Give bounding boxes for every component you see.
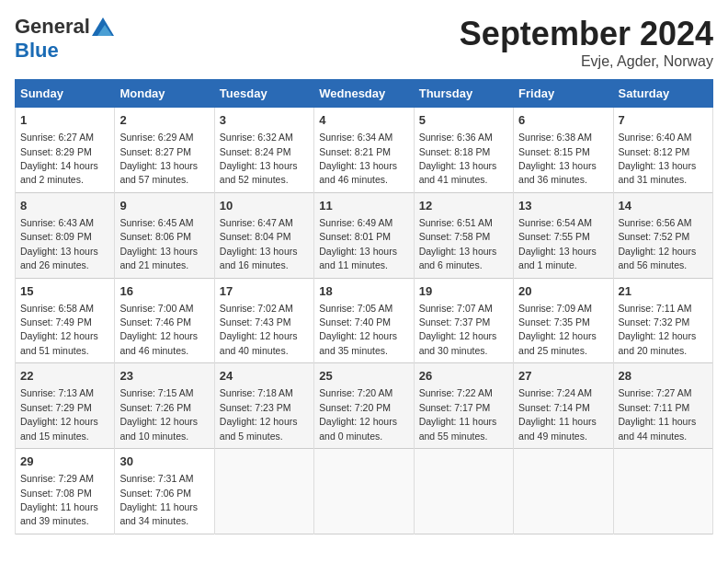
day-number: 19 xyxy=(419,283,508,300)
month-title: September 2024 xyxy=(460,15,713,53)
day-number: 7 xyxy=(619,112,708,129)
day-info: Sunrise: 6:34 AMSunset: 8:21 PMDaylight:… xyxy=(319,132,397,185)
day-cell: 7Sunrise: 6:40 AMSunset: 8:12 PMDaylight… xyxy=(613,108,712,193)
day-number: 27 xyxy=(518,368,608,385)
day-info: Sunrise: 7:27 AMSunset: 7:11 PMDaylight:… xyxy=(619,387,697,441)
day-cell: 8Sunrise: 6:43 AMSunset: 8:09 PMDaylight… xyxy=(16,192,115,278)
day-info: Sunrise: 6:29 AMSunset: 8:27 PMDaylight:… xyxy=(119,132,198,185)
day-info: Sunrise: 6:51 AMSunset: 7:58 PMDaylight:… xyxy=(419,217,497,270)
day-number: 6 xyxy=(518,112,608,129)
day-info: Sunrise: 6:58 AMSunset: 7:49 PMDaylight:… xyxy=(20,303,98,356)
day-info: Sunrise: 7:00 AMSunset: 7:46 PMDaylight:… xyxy=(119,303,198,356)
day-cell: 4Sunrise: 6:34 AMSunset: 8:21 PMDaylight… xyxy=(314,108,414,193)
logo-blue-text: Blue xyxy=(15,39,59,63)
day-info: Sunrise: 7:13 AMSunset: 7:29 PMDaylight:… xyxy=(20,387,98,441)
day-cell: 1Sunrise: 6:27 AMSunset: 8:29 PMDaylight… xyxy=(16,108,115,193)
day-number: 1 xyxy=(20,112,109,129)
week-row-2: 8Sunrise: 6:43 AMSunset: 8:09 PMDaylight… xyxy=(16,192,713,278)
day-info: Sunrise: 7:31 AMSunset: 7:06 PMDaylight:… xyxy=(119,473,198,526)
title-section: September 2024 Evje, Agder, Norway xyxy=(460,15,713,70)
day-info: Sunrise: 6:45 AMSunset: 8:06 PMDaylight:… xyxy=(119,217,198,270)
day-number: 29 xyxy=(20,454,109,470)
day-number: 8 xyxy=(20,198,109,214)
day-info: Sunrise: 6:49 AMSunset: 8:01 PMDaylight:… xyxy=(319,217,397,270)
day-info: Sunrise: 7:07 AMSunset: 7:37 PMDaylight:… xyxy=(419,303,497,356)
day-number: 16 xyxy=(119,283,209,300)
day-number: 14 xyxy=(619,198,708,214)
day-info: Sunrise: 6:54 AMSunset: 7:55 PMDaylight:… xyxy=(518,217,597,270)
header-monday: Monday xyxy=(115,80,214,108)
day-number: 20 xyxy=(518,283,608,300)
day-cell: 9Sunrise: 6:45 AMSunset: 8:06 PMDaylight… xyxy=(115,192,214,278)
logo-icon xyxy=(92,17,114,36)
day-cell: 22Sunrise: 7:13 AMSunset: 7:29 PMDayligh… xyxy=(16,363,115,449)
header-friday: Friday xyxy=(514,80,613,108)
day-cell: 5Sunrise: 6:36 AMSunset: 8:18 PMDaylight… xyxy=(414,108,513,193)
header-thursday: Thursday xyxy=(414,80,513,108)
week-row-1: 1Sunrise: 6:27 AMSunset: 8:29 PMDaylight… xyxy=(16,108,713,193)
day-number: 5 xyxy=(419,112,508,129)
day-number: 4 xyxy=(319,112,408,129)
day-cell: 26Sunrise: 7:22 AMSunset: 7:17 PMDayligh… xyxy=(414,363,513,449)
day-number: 28 xyxy=(619,368,708,385)
day-info: Sunrise: 7:11 AMSunset: 7:32 PMDaylight:… xyxy=(619,303,697,356)
header-tuesday: Tuesday xyxy=(214,80,313,108)
day-number: 18 xyxy=(319,283,408,300)
day-info: Sunrise: 7:02 AMSunset: 7:43 PMDaylight:… xyxy=(220,303,298,356)
week-row-5: 29Sunrise: 7:29 AMSunset: 7:08 PMDayligh… xyxy=(16,449,713,534)
day-number: 2 xyxy=(119,112,209,129)
day-number: 13 xyxy=(518,198,608,214)
day-cell: 28Sunrise: 7:27 AMSunset: 7:11 PMDayligh… xyxy=(613,363,712,449)
day-cell: 20Sunrise: 7:09 AMSunset: 7:35 PMDayligh… xyxy=(514,278,613,363)
day-cell: 19Sunrise: 7:07 AMSunset: 7:37 PMDayligh… xyxy=(414,278,513,363)
day-cell: 30Sunrise: 7:31 AMSunset: 7:06 PMDayligh… xyxy=(115,449,214,534)
day-cell: 13Sunrise: 6:54 AMSunset: 7:55 PMDayligh… xyxy=(514,192,613,278)
day-info: Sunrise: 7:24 AMSunset: 7:14 PMDaylight:… xyxy=(518,387,597,441)
day-cell: 29Sunrise: 7:29 AMSunset: 7:08 PMDayligh… xyxy=(16,449,115,534)
header-wednesday: Wednesday xyxy=(314,80,414,108)
day-info: Sunrise: 7:29 AMSunset: 7:08 PMDaylight:… xyxy=(20,473,98,526)
day-cell: 21Sunrise: 7:11 AMSunset: 7:32 PMDayligh… xyxy=(613,278,712,363)
day-info: Sunrise: 6:43 AMSunset: 8:09 PMDaylight:… xyxy=(20,217,98,270)
day-number: 11 xyxy=(319,198,408,214)
day-info: Sunrise: 6:32 AMSunset: 8:24 PMDaylight:… xyxy=(220,132,298,185)
day-cell xyxy=(514,449,613,534)
day-cell: 25Sunrise: 7:20 AMSunset: 7:20 PMDayligh… xyxy=(314,363,414,449)
day-cell: 23Sunrise: 7:15 AMSunset: 7:26 PMDayligh… xyxy=(115,363,214,449)
day-number: 25 xyxy=(319,368,408,385)
calendar-table: SundayMondayTuesdayWednesdayThursdayFrid… xyxy=(15,79,713,534)
day-info: Sunrise: 7:18 AMSunset: 7:23 PMDaylight:… xyxy=(220,387,298,441)
day-cell: 10Sunrise: 6:47 AMSunset: 8:04 PMDayligh… xyxy=(214,192,313,278)
logo-general-text: General xyxy=(15,15,90,39)
day-info: Sunrise: 6:27 AMSunset: 8:29 PMDaylight:… xyxy=(20,132,98,185)
day-number: 17 xyxy=(220,283,309,300)
day-number: 23 xyxy=(119,368,209,385)
day-cell: 27Sunrise: 7:24 AMSunset: 7:14 PMDayligh… xyxy=(514,363,613,449)
day-info: Sunrise: 6:56 AMSunset: 7:52 PMDaylight:… xyxy=(619,217,697,270)
week-row-3: 15Sunrise: 6:58 AMSunset: 7:49 PMDayligh… xyxy=(16,278,713,363)
header-sunday: Sunday xyxy=(16,80,115,108)
day-info: Sunrise: 6:40 AMSunset: 8:12 PMDaylight:… xyxy=(619,132,697,185)
day-cell: 18Sunrise: 7:05 AMSunset: 7:40 PMDayligh… xyxy=(314,278,414,363)
header-row: SundayMondayTuesdayWednesdayThursdayFrid… xyxy=(16,80,713,108)
day-number: 24 xyxy=(220,368,309,385)
day-cell: 16Sunrise: 7:00 AMSunset: 7:46 PMDayligh… xyxy=(115,278,214,363)
day-info: Sunrise: 6:36 AMSunset: 8:18 PMDaylight:… xyxy=(419,132,497,185)
location: Evje, Agder, Norway xyxy=(460,53,713,70)
day-number: 9 xyxy=(119,198,209,214)
day-number: 10 xyxy=(220,198,309,214)
header-saturday: Saturday xyxy=(613,80,712,108)
day-info: Sunrise: 7:05 AMSunset: 7:40 PMDaylight:… xyxy=(319,303,397,356)
day-info: Sunrise: 6:38 AMSunset: 8:15 PMDaylight:… xyxy=(518,132,597,185)
day-cell: 15Sunrise: 6:58 AMSunset: 7:49 PMDayligh… xyxy=(16,278,115,363)
day-number: 26 xyxy=(419,368,508,385)
day-number: 3 xyxy=(220,112,309,129)
day-cell xyxy=(214,449,313,534)
page-header: General Blue September 2024 Evje, Agder,… xyxy=(15,15,713,70)
day-cell: 17Sunrise: 7:02 AMSunset: 7:43 PMDayligh… xyxy=(214,278,313,363)
day-cell: 24Sunrise: 7:18 AMSunset: 7:23 PMDayligh… xyxy=(214,363,313,449)
day-cell: 12Sunrise: 6:51 AMSunset: 7:58 PMDayligh… xyxy=(414,192,513,278)
day-cell xyxy=(414,449,513,534)
day-info: Sunrise: 7:09 AMSunset: 7:35 PMDaylight:… xyxy=(518,303,597,356)
day-info: Sunrise: 6:47 AMSunset: 8:04 PMDaylight:… xyxy=(220,217,298,270)
